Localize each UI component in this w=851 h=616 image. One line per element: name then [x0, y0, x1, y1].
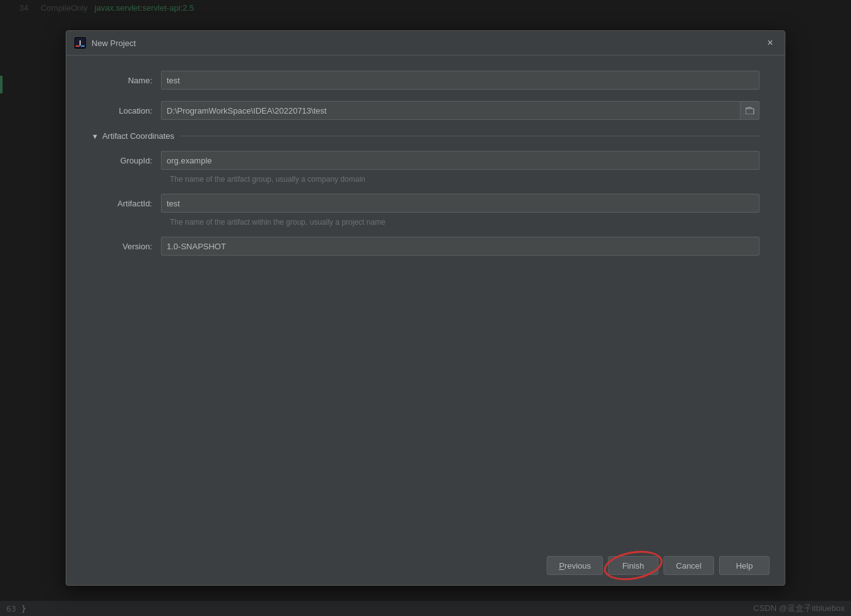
cancel-button[interactable]: Cancel — [664, 556, 714, 575]
groupid-hint: The name of the artifact group, usually … — [170, 175, 759, 184]
artifact-coordinates-section: ▼ Artifact Coordinates GroupId: The name… — [92, 131, 759, 256]
version-row: Version: — [92, 237, 759, 256]
svg-rect-5 — [746, 109, 754, 114]
location-row: Location: — [92, 101, 759, 120]
svg-rect-4 — [81, 45, 85, 47]
finish-label: Finish — [622, 561, 645, 571]
groupid-input[interactable] — [161, 151, 759, 170]
name-input[interactable] — [161, 71, 759, 90]
dialog-title: New Project — [92, 38, 763, 48]
artifactid-hint: The name of the artifact within the grou… — [170, 218, 759, 227]
help-button[interactable]: Help — [719, 556, 770, 575]
artifactid-row: ArtifactId: — [92, 194, 759, 213]
name-label: Name: — [92, 76, 161, 85]
dialog-footer: Previous Finish Cancel Help — [66, 546, 785, 585]
artifact-divider — [181, 136, 759, 136]
previous-button[interactable]: Previous — [547, 556, 603, 575]
modal-overlay: I New Project × Name: Location: — [0, 0, 851, 616]
groupid-label: GroupId: — [92, 156, 161, 165]
dialog-content: Name: Location: — [66, 56, 785, 546]
svg-rect-3 — [76, 45, 80, 47]
close-button[interactable]: × — [763, 36, 777, 50]
previous-rest: revious — [564, 561, 591, 571]
location-browse-button[interactable] — [741, 101, 759, 120]
new-project-dialog: I New Project × Name: Location: — [66, 30, 785, 586]
name-row: Name: — [92, 71, 759, 90]
help-label: Help — [736, 561, 753, 571]
idea-icon: I — [74, 37, 86, 49]
location-label: Location: — [92, 106, 161, 116]
version-input[interactable] — [161, 237, 759, 256]
artifact-toggle[interactable]: ▼ — [92, 133, 98, 140]
artifact-header: ▼ Artifact Coordinates — [92, 131, 759, 141]
finish-button[interactable]: Finish — [608, 556, 658, 575]
groupid-row: GroupId: — [92, 151, 759, 170]
location-input-group — [161, 101, 759, 120]
previous-shortcut-letter: P — [559, 561, 564, 571]
artifactid-input[interactable] — [161, 194, 759, 213]
artifactid-label: ArtifactId: — [92, 199, 161, 208]
location-input[interactable] — [161, 101, 741, 120]
dialog-title-bar: I New Project × — [66, 31, 785, 56]
version-label: Version: — [92, 242, 161, 251]
cancel-label: Cancel — [676, 561, 701, 571]
artifact-title: Artifact Coordinates — [102, 131, 174, 141]
